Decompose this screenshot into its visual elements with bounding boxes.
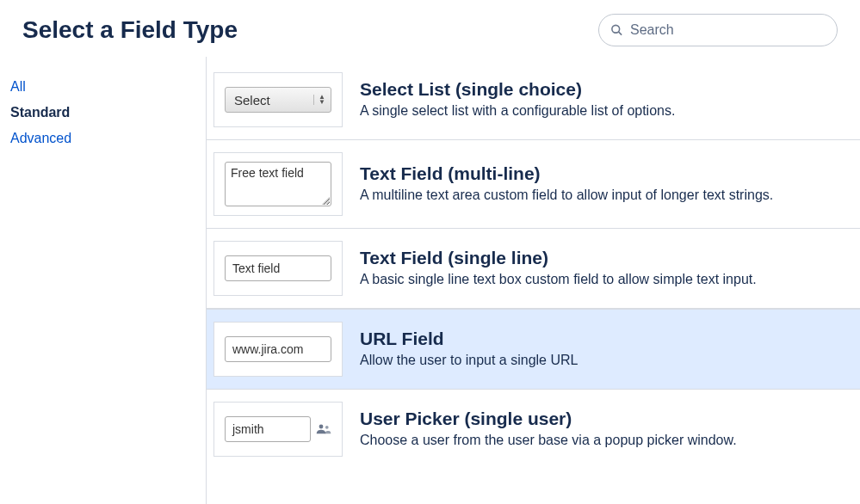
field-preview: Free text field — [213, 152, 343, 216]
field-type-user-picker[interactable]: jsmith User Picker (single user) Choose … — [207, 390, 860, 469]
search-icon — [610, 24, 623, 37]
sidebar-item-advanced[interactable]: Advanced — [10, 126, 206, 151]
field-type-text-single[interactable]: Text field Text Field (single line) A ba… — [207, 229, 860, 309]
field-description: A multiline text area custom field to al… — [360, 186, 846, 205]
page-title: Select a Field Type — [22, 16, 238, 44]
users-icon — [316, 423, 331, 435]
field-info: User Picker (single user) Choose a user … — [360, 409, 846, 450]
search-input[interactable] — [598, 14, 838, 46]
field-info: Select List (single choice) A single sel… — [360, 79, 846, 120]
field-preview: Text field — [213, 241, 343, 296]
field-preview: jsmith — [213, 402, 343, 457]
field-description: A single select list with a configurable… — [360, 101, 846, 120]
field-title: Text Field (multi-line) — [360, 163, 846, 184]
field-type-text-multiline[interactable]: Free text field Text Field (multi-line) … — [207, 140, 860, 229]
preview-user-box: jsmith — [225, 416, 331, 442]
field-info: Text Field (single line) A basic single … — [360, 248, 846, 289]
preview-text: Text field — [232, 261, 280, 275]
preview-text: Free text field — [231, 166, 304, 180]
search-wrapper — [598, 14, 838, 46]
preview-text: Select — [234, 93, 270, 108]
sidebar-item-all[interactable]: All — [10, 74, 206, 100]
chevron-updown-icon: ▲▼ — [313, 95, 325, 105]
preview-input-box: www.jira.com — [225, 336, 331, 362]
field-type-select-list[interactable]: Select ▲▼ Select List (single choice) A … — [207, 60, 860, 140]
field-preview: Select ▲▼ — [213, 72, 343, 127]
preview-textarea-box: Free text field — [225, 162, 331, 206]
preview-select-box: Select ▲▼ — [225, 87, 331, 113]
field-description: A basic single line text box custom fiel… — [360, 270, 846, 289]
svg-point-2 — [319, 425, 324, 429]
field-type-list: Select ▲▼ Select List (single choice) A … — [207, 57, 860, 504]
preview-text: jsmith — [232, 422, 264, 436]
field-description: Allow the user to input a single URL — [360, 351, 846, 370]
field-preview: www.jira.com — [213, 322, 343, 377]
dialog-header: Select a Field Type — [0, 0, 860, 57]
field-type-url[interactable]: www.jira.com URL Field Allow the user to… — [207, 309, 860, 390]
preview-input-box: Text field — [225, 255, 331, 281]
field-description: Choose a user from the user base via a p… — [360, 431, 846, 450]
field-title: Select List (single choice) — [360, 79, 846, 100]
field-title: URL Field — [360, 329, 846, 349]
sidebar-item-standard[interactable]: Standard — [10, 100, 206, 126]
dialog-body: All Standard Advanced Select ▲▼ Select L… — [0, 57, 860, 504]
sidebar: All Standard Advanced — [0, 57, 207, 504]
preview-input-box: jsmith — [225, 416, 311, 442]
field-title: User Picker (single user) — [360, 409, 846, 429]
svg-point-0 — [612, 25, 620, 33]
preview-text: www.jira.com — [232, 342, 303, 356]
svg-line-1 — [618, 32, 622, 35]
field-info: URL Field Allow the user to input a sing… — [360, 329, 846, 370]
field-title: Text Field (single line) — [360, 248, 846, 268]
field-info: Text Field (multi-line) A multiline text… — [360, 163, 846, 205]
svg-point-3 — [325, 426, 329, 429]
